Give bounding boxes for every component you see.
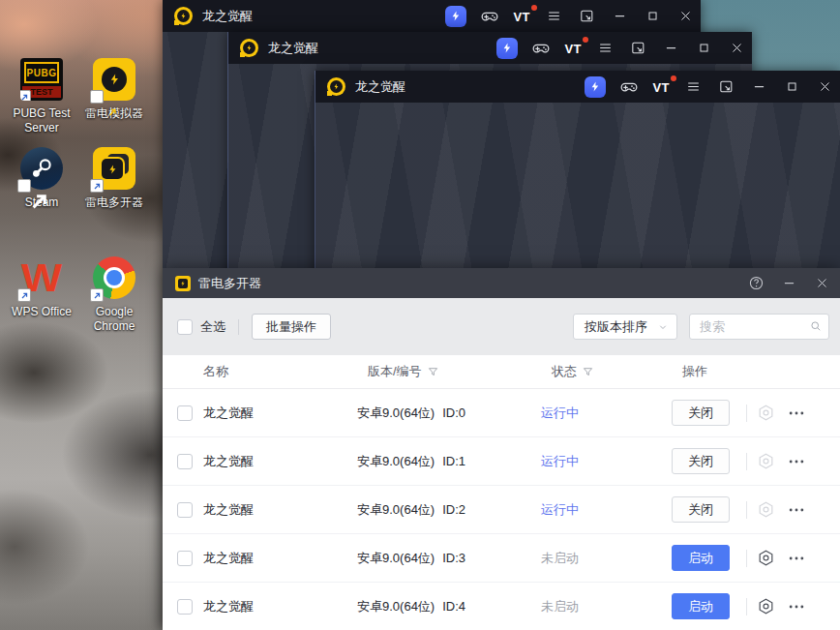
more-options-icon[interactable] — [787, 452, 806, 471]
pubg-icon: PUBG TEST — [20, 58, 63, 101]
desktop-icon-google-chrome[interactable]: Google Chrome — [77, 256, 151, 334]
batch-operation-button[interactable]: 批量操作 — [252, 314, 331, 340]
more-options-icon[interactable] — [787, 404, 806, 423]
start-instance-button[interactable]: 启动 — [672, 545, 730, 571]
settings-icon[interactable] — [757, 549, 775, 567]
emulator-titlebar[interactable]: 龙之觉醒 VT — [163, 0, 701, 32]
minimize-button[interactable] — [610, 4, 629, 29]
instance-id: ID:1 — [442, 454, 465, 468]
vt-badge[interactable]: VT — [564, 40, 582, 57]
row-checkbox[interactable] — [177, 502, 193, 518]
close-instance-button[interactable]: 关闭 — [672, 448, 730, 474]
instance-list: 龙之觉醒 安卓9.0(64位)ID:0 运行中 关闭 龙之觉醒 安卓9.0(64… — [163, 389, 840, 630]
manager-titlebar[interactable]: 雷电多开器 — [163, 268, 840, 298]
shortcut-arrow-icon — [17, 179, 31, 193]
start-instance-button[interactable]: 启动 — [672, 593, 730, 619]
status-text: 未启动 — [541, 550, 672, 567]
new-window-icon[interactable] — [577, 4, 596, 29]
vt-badge[interactable]: VT — [513, 8, 530, 25]
minimize-button[interactable] — [780, 273, 797, 294]
maximize-button[interactable] — [782, 75, 801, 100]
emulator-titlebar[interactable]: 龙之觉醒 VT — [228, 32, 752, 64]
menu-icon[interactable] — [683, 75, 703, 100]
instance-name: 龙之觉醒 — [203, 453, 357, 470]
column-header-operation: 操作 — [682, 363, 707, 380]
instance-id: ID:0 — [442, 405, 465, 420]
filter-icon[interactable] — [427, 366, 439, 378]
desktop-icon-ldplayer[interactable]: 雷电模拟器 — [77, 58, 151, 121]
filter-icon[interactable] — [582, 366, 594, 378]
emulator-titlebar[interactable]: 龙之觉醒 VT — [315, 71, 840, 103]
desktop-icon-label: PUBG Test Server — [5, 106, 78, 135]
desktop-icon-ld-multiplayer[interactable]: 雷电多开器 — [77, 147, 151, 210]
instance-row: 龙之觉醒 安卓9.0(64位)ID:3 未启动 启动 — [163, 534, 840, 583]
settings-icon[interactable] — [757, 500, 775, 519]
instance-row: 龙之觉醒 安卓9.0(64位)ID:1 运行中 关闭 — [163, 437, 840, 486]
close-button[interactable] — [675, 4, 695, 29]
vt-badge[interactable]: VT — [652, 78, 670, 96]
menu-icon[interactable] — [595, 36, 615, 61]
more-options-icon[interactable] — [787, 597, 806, 616]
row-checkbox[interactable] — [177, 551, 193, 566]
more-options-icon[interactable] — [787, 500, 806, 520]
row-checkbox[interactable] — [177, 405, 193, 421]
minimize-button[interactable] — [661, 36, 680, 61]
settings-icon[interactable] — [757, 404, 775, 422]
instance-id: ID:4 — [442, 599, 465, 614]
boost-icon[interactable] — [496, 38, 518, 59]
settings-icon[interactable] — [757, 452, 775, 470]
wps-icon: W — [20, 256, 63, 299]
desktop-icon-pubg-test-server[interactable]: PUBG TEST PUBG Test Server — [5, 58, 78, 135]
window-title: 龙之觉醒 — [355, 78, 405, 96]
shortcut-arrow-icon — [90, 288, 104, 302]
window-title: 龙之觉醒 — [268, 40, 318, 57]
close-button[interactable] — [815, 75, 834, 100]
menu-icon[interactable] — [544, 4, 563, 29]
window-title: 龙之觉醒 — [202, 8, 253, 25]
row-checkbox[interactable] — [177, 599, 193, 615]
select-all-label: 全选 — [200, 318, 225, 336]
new-window-icon[interactable] — [628, 36, 647, 61]
new-window-icon[interactable] — [716, 75, 735, 100]
steam-icon — [20, 147, 63, 190]
close-instance-button[interactable]: 关闭 — [672, 496, 730, 523]
desktop-icon-label: Google Chrome — [77, 305, 151, 334]
gamepad-icon[interactable] — [531, 36, 551, 61]
manager-toolbar: 全选 批量操作 按版本排序 — [163, 298, 840, 355]
table-header: 名称 版本/编号 状态 操作 — [163, 355, 840, 389]
close-button[interactable] — [727, 36, 746, 61]
row-divider — [746, 598, 747, 615]
status-text: 运行中 — [541, 453, 672, 470]
ld-multiplayer-logo-icon — [175, 276, 191, 291]
shortcut-arrow-icon — [90, 90, 104, 104]
maximize-button[interactable] — [643, 4, 662, 29]
gamepad-icon[interactable] — [619, 75, 639, 100]
status-text: 未启动 — [541, 598, 672, 615]
row-checkbox[interactable] — [177, 454, 193, 469]
boost-icon[interactable] — [585, 76, 606, 98]
minimize-button[interactable] — [749, 75, 768, 100]
instance-row: 龙之觉醒 安卓9.0(64位)ID:2 运行中 关闭 — [163, 486, 840, 534]
instance-version: 安卓9.0(64位) — [357, 502, 435, 517]
settings-icon[interactable] — [757, 597, 775, 615]
close-instance-button[interactable]: 关闭 — [672, 400, 730, 426]
instance-id: ID:2 — [442, 502, 465, 517]
gamepad-icon[interactable] — [480, 4, 499, 29]
instance-name: 龙之觉醒 — [203, 405, 357, 422]
desktop-icon-steam[interactable]: Steam — [5, 147, 78, 210]
column-header-version: 版本/编号 — [368, 363, 422, 380]
status-text: 运行中 — [541, 405, 672, 422]
instance-name: 龙之觉醒 — [203, 550, 357, 567]
instance-row: 龙之觉醒 安卓9.0(64位)ID:0 运行中 关闭 — [163, 389, 840, 437]
more-options-icon[interactable] — [787, 549, 806, 568]
select-all-checkbox[interactable] — [177, 319, 193, 335]
help-icon[interactable] — [747, 273, 765, 294]
close-button[interactable] — [813, 273, 830, 294]
maximize-button[interactable] — [694, 36, 713, 61]
shortcut-arrow-icon — [17, 288, 31, 302]
sort-dropdown[interactable]: 按版本排序 — [573, 314, 677, 340]
row-divider — [746, 501, 747, 519]
instance-version: 安卓9.0(64位) — [357, 599, 435, 614]
boost-icon[interactable] — [445, 6, 466, 27]
desktop-icon-wps-office[interactable]: W WPS Office — [5, 256, 78, 319]
